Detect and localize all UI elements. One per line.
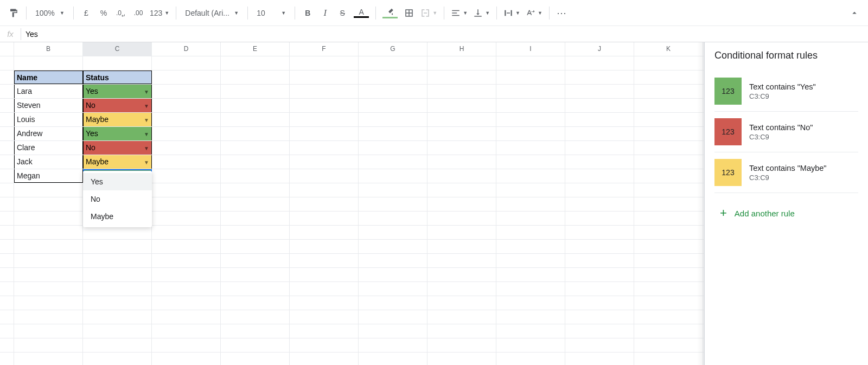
- row-header[interactable]: [0, 296, 14, 310]
- row-header[interactable]: [0, 169, 14, 183]
- dropdown-arrow-icon[interactable]: ▼: [144, 155, 149, 169]
- cell[interactable]: [83, 296, 152, 310]
- cell[interactable]: [359, 155, 427, 169]
- row-header[interactable]: [0, 310, 14, 324]
- fill-color-button[interactable]: [380, 5, 400, 21]
- cell[interactable]: [221, 282, 290, 296]
- row-header[interactable]: [0, 71, 14, 84]
- merge-cells-button[interactable]: ▼: [418, 5, 439, 21]
- cell[interactable]: [427, 56, 496, 70]
- cell[interactable]: [359, 56, 427, 70]
- cell[interactable]: [634, 338, 703, 352]
- cell[interactable]: [427, 254, 496, 267]
- cell[interactable]: [496, 99, 565, 112]
- col-header-b[interactable]: B: [14, 42, 83, 56]
- cell[interactable]: [427, 169, 496, 183]
- dropdown-arrow-icon[interactable]: ▼: [144, 85, 149, 98]
- cell[interactable]: [290, 56, 359, 70]
- cell[interactable]: [565, 226, 634, 239]
- font-size-select[interactable]: 10 ▼: [252, 5, 290, 21]
- cell[interactable]: [634, 296, 703, 310]
- cell[interactable]: [427, 282, 496, 296]
- cell[interactable]: [14, 56, 83, 70]
- spreadsheet-grid[interactable]: B C D E F G H I J K NameStatusLaraYes▼St…: [0, 42, 704, 365]
- row-header[interactable]: [0, 324, 14, 338]
- cell[interactable]: [496, 127, 565, 140]
- cell[interactable]: [496, 268, 565, 281]
- cell[interactable]: [496, 141, 565, 155]
- text-rotation-button[interactable]: ▼: [524, 5, 545, 21]
- cell[interactable]: [359, 169, 427, 183]
- horizontal-align-button[interactable]: ▼: [449, 5, 470, 21]
- cell[interactable]: [565, 56, 634, 70]
- cell[interactable]: [565, 268, 634, 281]
- cell[interactable]: [152, 127, 221, 140]
- cell[interactable]: [427, 296, 496, 310]
- cell[interactable]: [152, 268, 221, 281]
- cell[interactable]: [496, 212, 565, 225]
- col-header-k[interactable]: K: [634, 42, 703, 56]
- cell[interactable]: [496, 240, 565, 253]
- cell[interactable]: [496, 338, 565, 352]
- cell-name[interactable]: Andrew: [14, 127, 83, 140]
- add-another-rule-button[interactable]: + Add another rule: [714, 204, 858, 222]
- row-header[interactable]: [0, 56, 14, 70]
- cell[interactable]: [83, 353, 152, 365]
- cell[interactable]: [565, 169, 634, 183]
- cell[interactable]: [565, 254, 634, 267]
- cell[interactable]: [221, 226, 290, 239]
- cell[interactable]: [14, 226, 83, 239]
- cell[interactable]: [359, 254, 427, 267]
- cell[interactable]: [565, 282, 634, 296]
- col-header-e[interactable]: E: [221, 42, 290, 56]
- cell-name[interactable]: Clare: [14, 141, 83, 155]
- cell[interactable]: [152, 282, 221, 296]
- cell[interactable]: [221, 99, 290, 112]
- strikethrough-button[interactable]: S: [334, 5, 350, 21]
- cell[interactable]: [14, 338, 83, 352]
- cell[interactable]: [427, 212, 496, 225]
- cell[interactable]: [152, 71, 221, 84]
- cell[interactable]: [565, 324, 634, 338]
- cell[interactable]: [290, 268, 359, 281]
- cell[interactable]: [565, 141, 634, 155]
- cell[interactable]: [427, 310, 496, 324]
- dropdown-arrow-icon[interactable]: ▼: [144, 141, 149, 155]
- cell[interactable]: [359, 296, 427, 310]
- cell[interactable]: [359, 268, 427, 281]
- col-header-j[interactable]: J: [565, 42, 634, 56]
- cell[interactable]: [496, 310, 565, 324]
- cell[interactable]: [427, 268, 496, 281]
- cell[interactable]: [565, 113, 634, 126]
- cell[interactable]: [83, 310, 152, 324]
- cell-status[interactable]: Maybe▼: [83, 113, 152, 126]
- cell[interactable]: [290, 127, 359, 140]
- cell-status[interactable]: No▼: [83, 141, 152, 155]
- cell[interactable]: [496, 169, 565, 183]
- cell[interactable]: [496, 85, 565, 98]
- cell[interactable]: [496, 56, 565, 70]
- cell[interactable]: [83, 226, 152, 239]
- cell[interactable]: [14, 254, 83, 267]
- cell[interactable]: [427, 113, 496, 126]
- cell[interactable]: [565, 85, 634, 98]
- header-cell-name[interactable]: Name: [14, 71, 83, 84]
- cell[interactable]: [565, 183, 634, 197]
- cell[interactable]: [427, 141, 496, 155]
- cell-status[interactable]: Maybe▼: [83, 155, 152, 169]
- cell[interactable]: [221, 296, 290, 310]
- cell[interactable]: [290, 113, 359, 126]
- cell[interactable]: [359, 85, 427, 98]
- row-header[interactable]: [0, 268, 14, 281]
- cell[interactable]: [152, 212, 221, 225]
- format-rule[interactable]: 123Text contains "Yes"C3:C9: [714, 71, 858, 112]
- currency-button[interactable]: £: [78, 5, 94, 21]
- cell[interactable]: [290, 282, 359, 296]
- cell[interactable]: [359, 183, 427, 197]
- cell[interactable]: [221, 353, 290, 365]
- cell[interactable]: [359, 141, 427, 155]
- cell[interactable]: [565, 155, 634, 169]
- col-header-f[interactable]: F: [290, 42, 359, 56]
- cell-status[interactable]: No▼: [83, 99, 152, 112]
- cell-status[interactable]: Yes▼: [83, 127, 152, 140]
